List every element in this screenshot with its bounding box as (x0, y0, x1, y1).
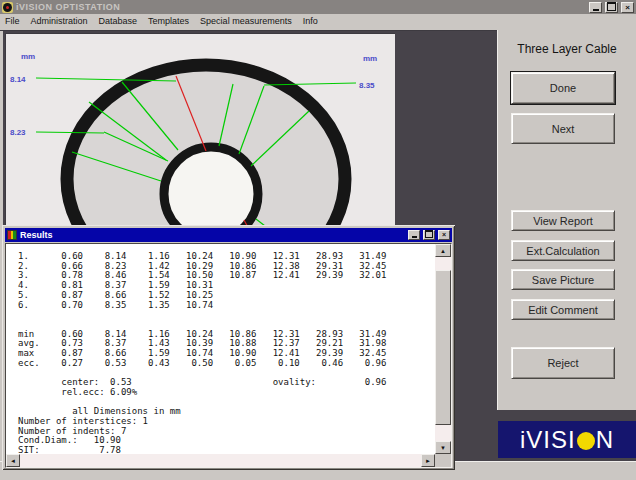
ivision-logo: iVISI N (498, 421, 636, 458)
menu-file[interactable]: File (5, 16, 20, 26)
reject-button[interactable]: Reject (511, 347, 615, 379)
template-title: Three Layer Cable (498, 42, 636, 56)
restore-icon[interactable] (605, 2, 618, 13)
titlebar: iVISION OPTISTATION × (0, 0, 636, 14)
results-icon (7, 230, 17, 240)
close-icon[interactable]: × (621, 2, 634, 13)
logo-text-left: iVISI (520, 426, 576, 454)
menu-info[interactable]: Info (303, 16, 318, 26)
scroll-up-icon[interactable]: ▲ (435, 244, 451, 257)
menu-database[interactable]: Database (99, 16, 138, 26)
minimize-icon[interactable] (589, 2, 602, 13)
edit-comment-button[interactable]: Edit Comment (511, 299, 615, 320)
results-horizontal-scrollbar[interactable]: ◄ ► (6, 454, 435, 467)
control-panel: Three Layer Cable Done Next View Report … (497, 30, 636, 410)
results-text: 1. 0.60 8.14 1.16 10.24 10.90 12.31 28.9… (6, 244, 435, 454)
dimension-label-8-23: 8.23 (10, 128, 26, 137)
menu-templates[interactable]: Templates (148, 16, 189, 26)
menu-administration[interactable]: Administration (31, 16, 88, 26)
window-title: iVISION OPTISTATION (16, 2, 120, 12)
results-title: Results (20, 230, 405, 240)
menu-special-measurements[interactable]: Special measurements (200, 16, 292, 26)
vertical-scroll-thumb[interactable] (435, 270, 451, 425)
scroll-right-icon[interactable]: ► (421, 454, 435, 467)
scroll-down-icon[interactable]: ▼ (435, 441, 451, 454)
view-report-button[interactable]: View Report (511, 210, 615, 231)
results-window: Results × 1. 0.60 8.14 1.16 10.24 10.90 … (2, 225, 455, 470)
next-button[interactable]: Next (511, 113, 615, 144)
scrollbar-corner (435, 454, 451, 467)
results-titlebar[interactable]: Results × (5, 228, 452, 242)
results-vertical-scrollbar[interactable]: ▲ ▼ (435, 244, 451, 454)
results-body: 1. 0.60 8.14 1.16 10.24 10.90 12.31 28.9… (5, 243, 452, 468)
results-close-icon[interactable]: × (438, 230, 450, 240)
app-window: iVISION OPTISTATION × File Administratio… (0, 0, 636, 480)
save-picture-button[interactable]: Save Picture (511, 269, 615, 290)
logo-o-dot-icon (577, 432, 595, 450)
app-icon (2, 2, 13, 13)
unit-label-right: mm (363, 54, 377, 63)
menubar: File Administration Database Templates S… (0, 14, 636, 27)
ext-calculation-button[interactable]: Ext.Calculation (511, 240, 615, 261)
logo-text-right: N (596, 426, 614, 454)
scroll-left-icon[interactable]: ◄ (6, 454, 20, 467)
unit-label-left: mm (21, 52, 35, 61)
done-button[interactable]: Done (511, 72, 615, 104)
dimension-label-8-14: 8.14 (10, 75, 26, 84)
results-maximize-icon[interactable] (423, 230, 435, 240)
dimension-label-8-35: 8.35 (359, 81, 375, 90)
results-minimize-icon[interactable] (408, 230, 420, 240)
